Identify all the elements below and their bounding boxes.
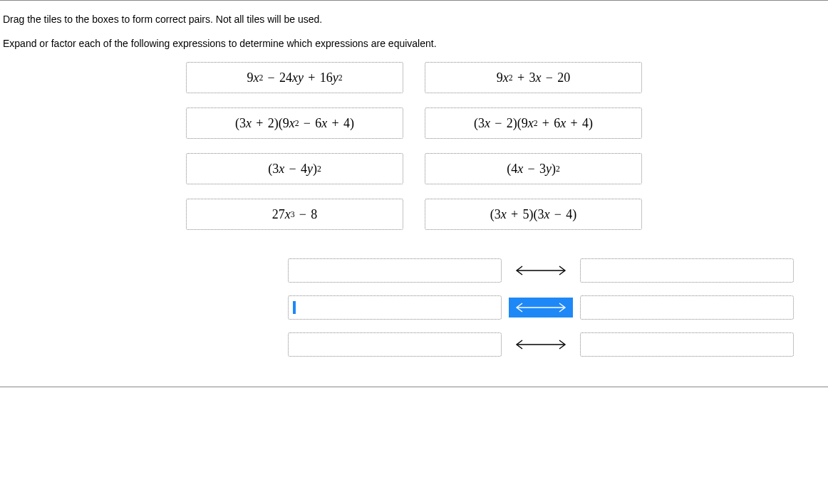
tile-expression-4[interactable]: (3x−2)(9x2+6x+4) bbox=[425, 107, 642, 139]
equivalence-arrow-1 bbox=[509, 265, 573, 276]
tile-expression-5[interactable]: (3x−4y)2 bbox=[186, 153, 403, 184]
drop-box-1-right[interactable] bbox=[580, 258, 794, 283]
equivalence-arrow-2 bbox=[509, 298, 573, 317]
equivalence-arrow-3 bbox=[509, 339, 573, 350]
pair-row-2 bbox=[288, 295, 794, 320]
pair-row-3 bbox=[288, 332, 794, 357]
arrow-highlight-icon bbox=[509, 298, 573, 317]
pair-row-1 bbox=[288, 258, 794, 283]
drop-box-1-left[interactable] bbox=[288, 258, 502, 283]
tile-expression-8[interactable]: (3x+5)(3x−4) bbox=[425, 199, 642, 230]
drop-box-3-left[interactable] bbox=[288, 332, 502, 357]
drop-box-3-right[interactable] bbox=[580, 332, 794, 357]
tile-expression-7[interactable]: 27x3−8 bbox=[186, 199, 403, 230]
tile-expression-1[interactable]: 9x2−24xy+16y2 bbox=[186, 62, 403, 93]
instructions-block: Drag the tiles to the boxes to form corr… bbox=[3, 14, 825, 49]
tile-expression-6[interactable]: (4x−3y)2 bbox=[425, 153, 642, 184]
tile-expression-3[interactable]: (3x+2)(9x2−6x+4) bbox=[186, 107, 403, 139]
question-container: Drag the tiles to the boxes to form corr… bbox=[0, 0, 828, 387]
text-cursor-icon bbox=[293, 301, 296, 314]
tiles-area: 9x2−24xy+16y2 9x2+3x−20 (3x+2)(9x2−6x+4)… bbox=[186, 62, 642, 230]
drop-box-2-right[interactable] bbox=[580, 295, 794, 320]
tiles-grid: 9x2−24xy+16y2 9x2+3x−20 (3x+2)(9x2−6x+4)… bbox=[186, 62, 642, 230]
drop-box-2-left[interactable] bbox=[288, 295, 502, 320]
instruction-line-2: Expand or factor each of the following e… bbox=[3, 38, 825, 49]
pairs-area bbox=[288, 258, 794, 357]
tile-expression-2[interactable]: 9x2+3x−20 bbox=[425, 62, 642, 93]
instruction-line-1: Drag the tiles to the boxes to form corr… bbox=[3, 14, 825, 25]
